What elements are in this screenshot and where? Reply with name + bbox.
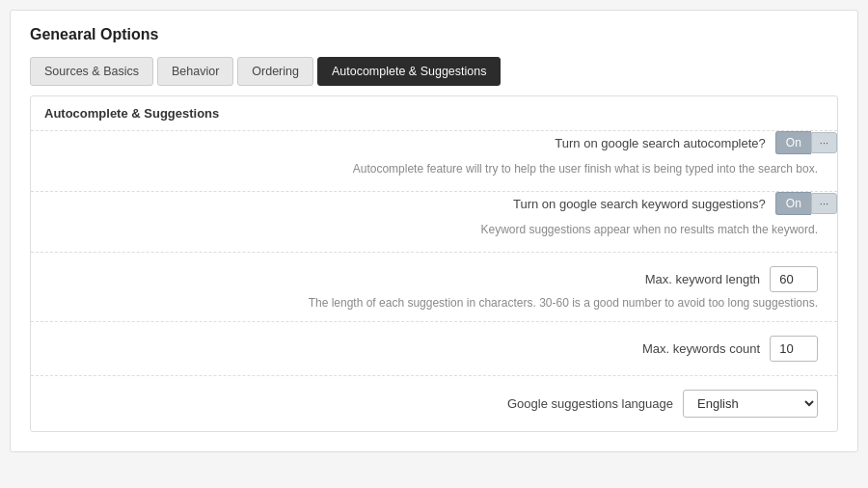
page-title: Genearal Options bbox=[30, 26, 838, 43]
keyword-suggestions-toggle-dots[interactable]: ··· bbox=[811, 193, 837, 214]
language-select[interactable]: English Spanish French German Italian Po… bbox=[683, 390, 818, 418]
tab-ordering[interactable]: Ordering bbox=[237, 57, 313, 86]
language-label: Google suggestions language bbox=[507, 396, 673, 411]
autocomplete-toggle-on[interactable]: On bbox=[775, 131, 811, 154]
autocomplete-top: Turn on google search autocomplete? On ·… bbox=[31, 131, 837, 154]
keyword-suggestions-desc: Keyword suggestions appear when no resul… bbox=[31, 221, 837, 252]
language-block: Google suggestions language English Span… bbox=[31, 376, 837, 431]
section-header: Autocomplete & Suggestions bbox=[31, 96, 837, 131]
tab-bar: Sources & Basics Behavior Ordering Autoc… bbox=[30, 57, 838, 86]
max-keywords-count-row: Max. keywords count bbox=[31, 322, 837, 375]
max-keyword-length-block: Max. keyword length The length of each s… bbox=[31, 253, 837, 322]
max-keyword-length-input[interactable] bbox=[770, 266, 818, 292]
page-wrapper: Genearal Options Sources & Basics Behavi… bbox=[10, 10, 858, 452]
keyword-suggestions-label: Turn on google search keyword suggestion… bbox=[513, 197, 766, 211]
section-panel: Autocomplete & Suggestions Turn on googl… bbox=[30, 95, 838, 432]
max-keywords-count-input[interactable] bbox=[770, 336, 818, 362]
autocomplete-toggle-block: Turn on google search autocomplete? On ·… bbox=[31, 131, 837, 192]
keyword-suggestions-block: Turn on google search keyword suggestion… bbox=[31, 192, 837, 253]
keyword-suggestions-top: Turn on google search keyword suggestion… bbox=[31, 192, 837, 215]
tab-sources[interactable]: Sources & Basics bbox=[30, 57, 153, 86]
max-keyword-length-desc: The length of each suggestion in charact… bbox=[31, 296, 837, 321]
tab-autocomplete[interactable]: Autocomplete & Suggestions bbox=[317, 57, 502, 86]
autocomplete-toggle-dots[interactable]: ··· bbox=[811, 132, 837, 153]
keyword-suggestions-toggle-on[interactable]: On bbox=[775, 192, 811, 215]
max-keywords-count-block: Max. keywords count bbox=[31, 322, 837, 376]
tab-behavior[interactable]: Behavior bbox=[157, 57, 233, 86]
keyword-suggestions-toggle-group: On ··· bbox=[775, 192, 837, 215]
language-row: Google suggestions language English Span… bbox=[31, 376, 837, 431]
max-keywords-count-label: Max. keywords count bbox=[642, 341, 760, 356]
max-keyword-length-row: Max. keyword length bbox=[31, 253, 837, 296]
autocomplete-desc: Autocomplete feature will try to help th… bbox=[31, 160, 837, 191]
autocomplete-label: Turn on google search autocomplete? bbox=[555, 136, 766, 150]
autocomplete-toggle-group: On ··· bbox=[775, 131, 837, 154]
max-keyword-length-label: Max. keyword length bbox=[645, 272, 760, 286]
